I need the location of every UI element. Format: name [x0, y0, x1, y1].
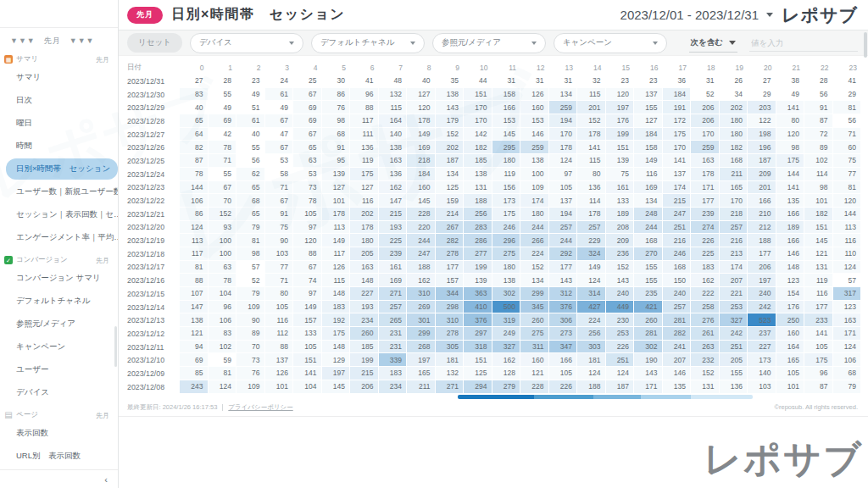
filter-dropdown-3[interactable]: キャンペーン: [554, 33, 667, 53]
heat-cell: 240: [606, 287, 635, 301]
heat-cell: 44: [464, 75, 492, 88]
heat-cell: 214: [436, 208, 465, 221]
heat-cell: 160: [407, 181, 436, 195]
row-date-label: 2023/12/24: [127, 168, 180, 181]
heat-cell: 187: [606, 380, 635, 394]
sidebar-item[interactable]: 時間: [0, 135, 118, 158]
heat-cell: 120: [833, 194, 862, 208]
heat-cell: 138: [492, 274, 521, 287]
heat-cell: 96: [350, 88, 379, 102]
sidebar-item[interactable]: 参照元/メディア: [0, 313, 118, 336]
match-type-value[interactable]: 次を含む: [691, 37, 723, 48]
filter-dropdown-1[interactable]: デフォルトチャネル: [311, 33, 425, 53]
heat-cell: 96: [209, 301, 237, 314]
heat-cell: 87: [804, 380, 833, 394]
heat-cell: 188: [464, 194, 492, 208]
heat-cell: 26: [720, 75, 748, 88]
heat-cell: 156: [492, 181, 521, 195]
heat-cell: 78: [209, 141, 237, 154]
sidebar-item[interactable]: 曜日: [0, 112, 118, 135]
heat-cell: 105: [549, 367, 578, 380]
hour-column-header: 12: [520, 64, 549, 72]
sidebar-scrollbar[interactable]: [114, 326, 117, 367]
heat-cell: 169: [634, 181, 663, 195]
heat-cell: 267: [436, 221, 465, 235]
sidebar-item[interactable]: URL別 表示回数: [0, 445, 118, 468]
heat-cell: 221: [720, 287, 748, 301]
heat-cell: 175: [663, 128, 692, 141]
row-date-label: 2023/12/28: [127, 114, 180, 128]
heat-cell: 260: [634, 313, 663, 327]
sidebar-item[interactable]: 日別×時間帯 セッション: [6, 158, 118, 180]
table-row: 2023/12/23144676571731271271621601251311…: [127, 181, 861, 195]
heat-cell: 123: [833, 301, 862, 314]
match-type-select[interactable]: 次を含む: [689, 34, 737, 53]
heat-cell: 251: [720, 341, 748, 354]
reset-button[interactable]: リセット: [127, 33, 182, 53]
heat-cell: 132: [379, 88, 408, 102]
heat-cell: 324: [577, 247, 606, 261]
heat-cell: 127: [634, 114, 663, 128]
filter-dropdown-0[interactable]: デバイス: [190, 33, 303, 53]
heat-cell: 143: [549, 274, 578, 287]
heat-cell: 32: [577, 75, 606, 88]
heat-cell: 251: [606, 353, 635, 367]
heat-cell: 141: [577, 141, 606, 154]
sidebar-item[interactable]: ユーザー: [0, 358, 118, 381]
row-date-label: 2023/12/18: [127, 247, 180, 261]
heat-cell: 275: [520, 327, 549, 341]
heat-cell: 61: [265, 88, 294, 102]
heat-cell: 112: [265, 327, 294, 341]
sidebar-item[interactable]: コンバージョン サマリ: [0, 267, 118, 290]
heat-cell: 191: [663, 101, 692, 114]
row-date-label: 2023/12/29: [127, 101, 180, 114]
sidebar-item[interactable]: セッション｜表示回数｜セ…: [0, 203, 118, 226]
heat-cell: 162: [492, 353, 521, 367]
heat-cell: 69: [293, 101, 322, 114]
hour-column-header: 3: [265, 64, 294, 72]
heat-cell: 175: [350, 168, 379, 181]
vertical-scrollbar[interactable]: [864, 32, 867, 58]
hour-column-header: 7: [379, 64, 408, 72]
privacy-policy-link[interactable]: プライバシーポリシー: [228, 403, 292, 412]
heat-cell: 55: [236, 141, 265, 154]
heat-cell: 91: [265, 208, 294, 221]
heat-cell: 226: [549, 380, 578, 394]
sidebar-item[interactable]: 日次: [0, 89, 118, 112]
sidebar-item[interactable]: キャンペーン: [0, 336, 118, 358]
heat-cell: 260: [520, 313, 549, 327]
heat-cell: 70: [236, 341, 265, 354]
heat-cell: 134: [634, 194, 663, 208]
filter-value-input[interactable]: [749, 35, 858, 52]
heat-cell: 177: [804, 301, 833, 314]
date-range-value[interactable]: 2023/12/01 - 2023/12/31: [620, 8, 759, 22]
sidebar-collapse-bar[interactable]: ‹: [0, 469, 118, 488]
date-range-picker[interactable]: 2023/12/01 - 2023/12/31: [620, 8, 773, 22]
heat-cell: 257: [577, 221, 606, 235]
filter-dropdown-2[interactable]: 参照元/メディア: [432, 33, 546, 53]
heat-cell: 183: [691, 261, 720, 274]
sidebar-item[interactable]: エンゲージメント率｜平均…: [0, 226, 118, 249]
heat-cell: 299: [407, 327, 436, 341]
heat-cell: 268: [407, 341, 436, 354]
heat-cell: 271: [436, 380, 465, 394]
sidebar-item[interactable]: サマリ: [0, 66, 118, 89]
sidebar-item[interactable]: ユーザー数｜新規ユーザー数: [0, 180, 118, 203]
collapse-chevron-icon[interactable]: ‹: [104, 474, 108, 485]
hour-column-header: 0: [180, 64, 209, 72]
heat-cell: 120: [407, 101, 436, 114]
heat-cell: 240: [663, 287, 692, 301]
heat-cell: 201: [577, 101, 606, 114]
heat-cell: 278: [436, 247, 465, 261]
card-divider: [119, 416, 868, 417]
sidebar-item[interactable]: デフォルトチャネル: [0, 290, 118, 313]
heat-cell: 161: [379, 261, 408, 274]
heat-cell: 168: [634, 234, 663, 247]
heat-cell: 170: [691, 128, 720, 141]
table-row: 2023/12/18117100981038811720523924727827…: [127, 247, 861, 261]
heat-cell: 274: [691, 221, 720, 235]
heat-cell: 166: [492, 101, 521, 114]
sidebar-item[interactable]: デバイス: [0, 381, 118, 404]
heat-cell: 182: [804, 208, 833, 221]
sidebar-item[interactable]: 表示回数: [0, 422, 118, 445]
